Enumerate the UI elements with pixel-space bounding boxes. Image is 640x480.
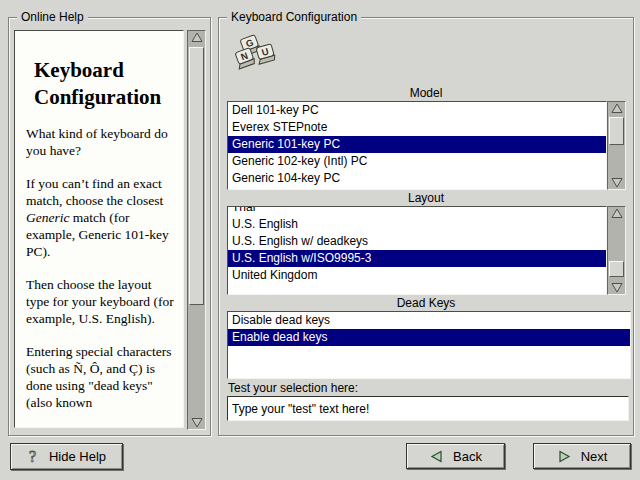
scroll-down-icon[interactable] bbox=[189, 416, 204, 429]
help-heading-line1: Keyboard bbox=[34, 57, 178, 84]
help-paragraphs: What kind of keyboard do you have?If you… bbox=[26, 125, 178, 411]
help-heading: Keyboard Configuration bbox=[34, 57, 178, 111]
list-item[interactable]: Enable dead keys bbox=[228, 329, 630, 346]
scroll-down-icon[interactable] bbox=[609, 176, 624, 189]
help-paragraph: What kind of keyboard do you have? bbox=[26, 125, 178, 159]
help-paragraph: Then choose the layout type for your key… bbox=[26, 276, 178, 327]
scroll-up-icon[interactable] bbox=[609, 102, 624, 115]
model-scrollbar[interactable] bbox=[607, 101, 626, 190]
online-help-frame-label: Online Help bbox=[17, 10, 88, 24]
next-button[interactable]: Next bbox=[533, 443, 631, 469]
scroll-up-icon[interactable] bbox=[189, 31, 204, 44]
model-list[interactable]: Dell 101-key PCEverex STEPnoteGeneric 10… bbox=[227, 101, 607, 190]
online-help-frame: Online Help Keyboard Configuration What … bbox=[8, 17, 211, 436]
list-item[interactable]: Disable dead keys bbox=[228, 312, 630, 329]
help-paragraph: If you can’t find an exact match, choose… bbox=[26, 175, 178, 260]
list-item[interactable]: U.S. English w/ deadkeys bbox=[228, 233, 606, 250]
hide-help-button-label: Hide Help bbox=[49, 449, 106, 464]
right-arrow-icon bbox=[557, 449, 572, 464]
back-button-label: Back bbox=[453, 449, 482, 464]
layout-scrollbar-thumb[interactable] bbox=[609, 261, 624, 277]
list-item[interactable]: Dell 101-key PC bbox=[228, 102, 606, 119]
list-item[interactable]: U.S. English w/ISO9995-3 bbox=[228, 250, 606, 267]
list-item[interactable]: Thai bbox=[228, 206, 606, 216]
test-selection-label: Test your selection here: bbox=[228, 381, 358, 395]
help-body: Keyboard Configuration What kind of keyb… bbox=[15, 57, 183, 411]
layout-list[interactable]: ThaiU.S. EnglishU.S. English w/ deadkeys… bbox=[227, 206, 607, 295]
help-paragraph: Entering special characters (such as Ñ, … bbox=[26, 343, 178, 411]
gnu-keyboard-keys-icon: G N U bbox=[231, 34, 277, 76]
model-scrollbar-thumb[interactable] bbox=[609, 117, 624, 145]
dead-keys-list[interactable]: Disable dead keysEnable dead keys bbox=[227, 311, 631, 379]
list-item[interactable]: Everex STEPnote bbox=[228, 119, 606, 136]
list-item[interactable]: U.S. English bbox=[228, 216, 606, 233]
help-scrollbar[interactable] bbox=[187, 30, 206, 430]
help-text-view: Keyboard Configuration What kind of keyb… bbox=[14, 30, 184, 428]
list-item[interactable]: Generic 102-key (Intl) PC bbox=[228, 153, 606, 170]
dead-keys-label: Dead Keys bbox=[227, 296, 625, 310]
list-item[interactable]: Generic 104-key PC bbox=[228, 170, 606, 187]
scroll-up-icon[interactable] bbox=[609, 207, 624, 220]
installer-screen: { "colors": { "background": "#d5d5d1", "… bbox=[0, 0, 640, 480]
list-item[interactable]: Generic 101-key PC bbox=[228, 136, 606, 153]
svg-text:?: ? bbox=[29, 448, 36, 465]
question-mark-icon: ? bbox=[27, 448, 40, 465]
list-item[interactable]: United Kingdom bbox=[228, 267, 606, 284]
model-label: Model bbox=[227, 86, 625, 100]
left-arrow-icon bbox=[429, 449, 444, 464]
keyboard-configuration-frame: Keyboard Configuration G N U Model Dell … bbox=[218, 17, 634, 436]
help-scrollbar-thumb[interactable] bbox=[189, 47, 204, 305]
help-heading-line2: Configuration bbox=[34, 84, 178, 111]
next-button-label: Next bbox=[581, 449, 608, 464]
test-text-input[interactable] bbox=[227, 396, 629, 421]
layout-scrollbar[interactable] bbox=[607, 206, 626, 295]
layout-label: Layout bbox=[227, 191, 625, 205]
scroll-down-icon[interactable] bbox=[609, 281, 624, 294]
keyboard-configuration-frame-label: Keyboard Configuration bbox=[227, 10, 361, 24]
hide-help-button[interactable]: ? Hide Help bbox=[10, 443, 123, 470]
back-button[interactable]: Back bbox=[406, 443, 505, 469]
